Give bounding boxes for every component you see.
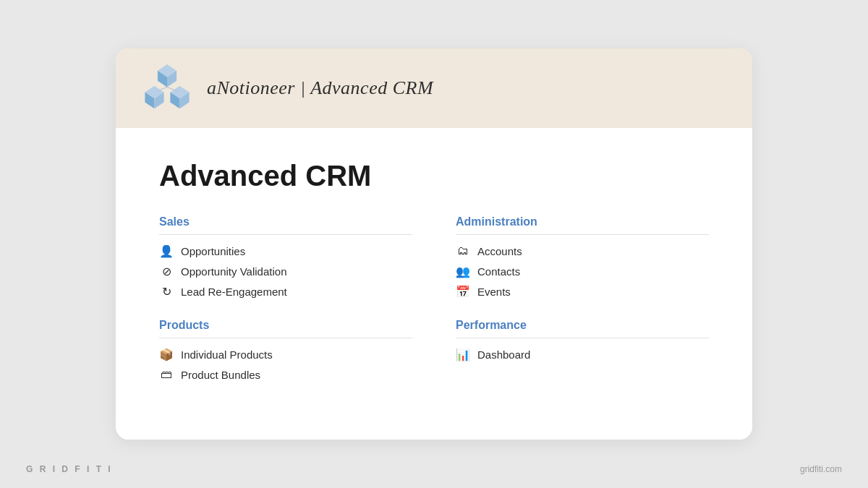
item-icon-accounts: 🗂 [456,244,470,258]
item-icon-opportunity-validation: ⊘ [159,264,174,278]
section-sales: Sales👤Opportunities⊘Opportunity Validati… [159,215,412,299]
item-label-individual-products: Individual Products [181,348,273,361]
item-individual-products[interactable]: 📦Individual Products [159,347,412,361]
item-icon-lead-re-engagement: ↻ [159,284,174,299]
header-title: aNotioneer | Advanced CRM [207,77,433,99]
page-title: Advanced CRM [159,160,709,192]
item-product-bundles[interactable]: 🗃Product Bundles [159,367,412,382]
section-items-administration: 🗂Accounts👥Contacts📅Events [456,244,709,299]
item-icon-individual-products: 📦 [159,347,174,361]
item-icon-product-bundles: 🗃 [159,367,174,382]
item-icon-opportunities: 👤 [159,244,174,258]
item-icon-contacts: 👥 [456,264,470,278]
header-band: aNotioneer | Advanced CRM [116,48,752,128]
footer-left-label: G R I D F I T I [26,462,113,475]
section-items-products: 📦Individual Products🗃Product Bundles [159,347,412,382]
item-lead-re-engagement[interactable]: ↻Lead Re-Engagement [159,284,412,299]
section-heading-products: Products [159,319,412,338]
item-opportunities[interactable]: 👤Opportunities [159,244,412,258]
sections-grid: Sales👤Opportunities⊘Opportunity Validati… [159,215,709,402]
item-accounts[interactable]: 🗂Accounts [456,244,709,258]
item-events[interactable]: 📅Events [456,284,709,299]
section-heading-performance: Performance [456,319,709,338]
section-performance: Performance📊Dashboard [456,319,709,382]
section-products: Products📦Individual Products🗃Product Bun… [159,319,412,382]
item-label-events: Events [477,286,511,298]
item-label-product-bundles: Product Bundles [181,369,260,381]
section-items-sales: 👤Opportunities⊘Opportunity Validation↻Le… [159,244,412,299]
item-label-accounts: Accounts [477,245,522,257]
item-label-opportunities: Opportunities [181,245,245,257]
item-label-opportunity-validation: Opportunity Validation [181,265,286,278]
section-heading-administration: Administration [456,215,709,235]
item-label-lead-re-engagement: Lead Re-Engagement [181,286,287,298]
item-dashboard[interactable]: 📊Dashboard [456,347,709,361]
item-label-contacts: Contacts [477,265,520,278]
logo-icon [142,61,192,115]
content-area: Advanced CRM Sales👤Opportunities⊘Opportu… [116,128,752,440]
item-icon-events: 📅 [456,284,470,299]
footer-right-label: gridfiti.com [800,462,842,475]
section-administration: Administration🗂Accounts👥Contacts📅Events [456,215,709,299]
item-opportunity-validation[interactable]: ⊘Opportunity Validation [159,264,412,278]
item-contacts[interactable]: 👥Contacts [456,264,709,278]
main-card: aNotioneer | Advanced CRM Advanced CRM S… [116,48,752,440]
section-items-performance: 📊Dashboard [456,347,709,361]
item-icon-dashboard: 📊 [456,347,470,361]
section-heading-sales: Sales [159,215,412,235]
item-label-dashboard: Dashboard [477,348,530,361]
